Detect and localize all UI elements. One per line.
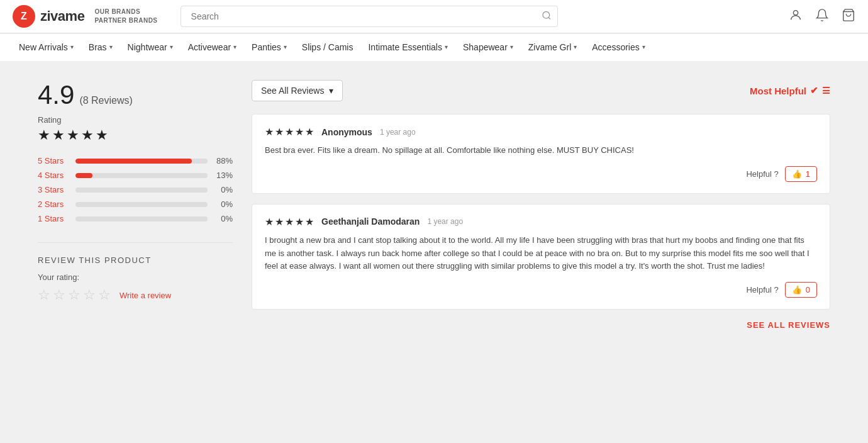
reviews-count: (8 Reviews) — [79, 95, 132, 106]
reviews-list: ★★★★★Anonymous1 year agoBest bra ever. F… — [252, 114, 830, 310]
review-star: ★ — [265, 216, 274, 228]
bar-track — [75, 188, 208, 193]
review-star: ★ — [285, 126, 294, 138]
bar-row-1-stars: 1 Stars0% — [38, 214, 233, 223]
star-2: ★ — [52, 127, 65, 143]
dropdown-chevron-icon: ▾ — [329, 86, 333, 96]
chevron-down-icon: ▾ — [445, 43, 448, 50]
bar-fill — [75, 173, 92, 178]
review-time: 1 year ago — [380, 128, 416, 137]
review-time: 1 year ago — [427, 217, 463, 226]
helpful-count: 0 — [806, 285, 810, 294]
nav-item-nightwear[interactable]: Nightwear▾ — [128, 34, 173, 61]
helpful-button[interactable]: 👍0 — [785, 282, 817, 298]
rating-bars: 5 Stars88%4 Stars13%3 Stars0%2 Stars0%1 … — [38, 156, 233, 223]
logo-icon: Z — [13, 5, 35, 28]
nav-item-bras[interactable]: Bras▾ — [89, 34, 113, 61]
header-icons — [789, 8, 855, 25]
helpful-count: 1 — [806, 169, 810, 179]
rate-star-1[interactable]: ☆ — [38, 287, 50, 303]
chevron-down-icon: ▾ — [109, 43, 113, 50]
bar-percent: 0% — [214, 185, 233, 194]
nav-item-shapewear[interactable]: Shapewear▾ — [463, 34, 513, 61]
star-1: ★ — [38, 127, 50, 143]
review-meta: ★★★★★Anonymous1 year ago — [265, 126, 817, 138]
search-button[interactable] — [542, 11, 552, 23]
bar-label: 5 Stars — [38, 156, 69, 165]
chevron-down-icon: ▾ — [233, 43, 236, 50]
most-helpful-filter[interactable]: Most Helpful ✔ ☰ — [750, 85, 830, 96]
checkmark-icon: ✔ — [810, 85, 818, 96]
review-footer: Helpful ?👍0 — [265, 282, 817, 298]
review-star: ★ — [275, 126, 284, 138]
review-star: ★ — [285, 216, 294, 228]
write-review-link[interactable]: Write a review — [120, 291, 171, 300]
rate-star-4[interactable]: ☆ — [83, 287, 96, 303]
your-rating-label: Your rating: — [38, 272, 233, 282]
thumbs-up-icon: 👍 — [792, 285, 802, 294]
chevron-down-icon: ▾ — [170, 43, 173, 50]
rate-star-3[interactable]: ☆ — [68, 287, 81, 303]
star-3: ★ — [67, 127, 79, 143]
logo-area[interactable]: Z zivame OUR BRANDS PARTNER BRANDS — [13, 5, 158, 28]
see-all-reviews-dropdown[interactable]: See All Reviews ▾ — [252, 80, 343, 101]
review-form-title: REVIEW THIS PRODUCT — [38, 255, 233, 265]
review-stars: ★★★★★ — [265, 216, 314, 228]
chevron-down-icon: ▾ — [70, 43, 74, 50]
review-text: Best bra ever. Fits like a dream. No spi… — [265, 144, 817, 157]
bar-row-4-stars: 4 Stars13% — [38, 171, 233, 180]
review-star: ★ — [275, 216, 284, 228]
see-all-reviews-link[interactable]: SEE ALL REVIEWS — [747, 320, 830, 330]
star-4: ★ — [81, 127, 94, 143]
bar-fill — [75, 159, 192, 164]
helpful-button[interactable]: 👍1 — [785, 166, 817, 182]
menu-lines-icon: ☰ — [822, 86, 830, 96]
svg-point-2 — [793, 10, 798, 14]
see-all-reviews-section: SEE ALL REVIEWS — [252, 320, 830, 330]
rating-label: Rating — [38, 115, 233, 125]
most-helpful-text: Most Helpful — [750, 86, 806, 96]
see-all-label: See All Reviews — [261, 86, 324, 96]
bar-label: 1 Stars — [38, 214, 69, 223]
brand-links: OUR BRANDS PARTNER BRANDS — [94, 8, 157, 25]
bar-percent: 0% — [214, 214, 233, 223]
bar-row-5-stars: 5 Stars88% — [38, 156, 233, 165]
search-input[interactable] — [181, 6, 558, 27]
nav-item-intimate-essentials[interactable]: Intimate Essentials▾ — [368, 34, 448, 61]
review-star: ★ — [305, 216, 314, 228]
nav-item-new-arrivals[interactable]: New Arrivals▾ — [19, 34, 74, 61]
cart-icon[interactable] — [842, 8, 855, 25]
reviewer-name: Geethanjali Damodaran — [321, 216, 420, 227]
nav-item-activewear[interactable]: Activewear▾ — [188, 34, 236, 61]
review-star: ★ — [295, 126, 304, 138]
review-footer: Helpful ?👍1 — [265, 166, 817, 182]
rate-star-2[interactable]: ☆ — [53, 287, 65, 303]
logo-name: zivame — [40, 8, 84, 25]
user-icon[interactable] — [789, 8, 803, 25]
svg-point-0 — [543, 12, 550, 19]
helpful-label: Helpful ? — [746, 285, 778, 294]
main-nav: New Arrivals▾Bras▾Nightwear▾Activewear▾P… — [0, 33, 868, 61]
review-meta: ★★★★★Geethanjali Damodaran1 year ago — [265, 216, 817, 228]
nav-item-accessories[interactable]: Accessories▾ — [592, 34, 645, 61]
bar-track — [75, 216, 208, 222]
bar-track — [75, 173, 208, 178]
nav-item-zivame-grl[interactable]: Zivame Grl▾ — [528, 34, 577, 61]
nav-item-slips-/-camis[interactable]: Slips / Camis — [302, 34, 353, 61]
review-form-section: REVIEW THIS PRODUCT Your rating: ☆ ☆ ☆ ☆… — [38, 242, 233, 303]
rating-stars-input[interactable]: ☆ ☆ ☆ ☆ ☆ — [38, 287, 111, 303]
bar-track — [75, 159, 208, 164]
main-content: 4.9 (8 Reviews) Rating ★ ★ ★ ★ ★ 5 Stars… — [0, 61, 868, 349]
chevron-down-icon: ▾ — [642, 43, 645, 50]
chevron-down-icon: ▾ — [574, 43, 577, 50]
bar-label: 3 Stars — [38, 185, 69, 194]
rate-star-5[interactable]: ☆ — [98, 287, 111, 303]
bar-percent: 13% — [214, 171, 233, 180]
review-stars: ★★★★★ — [265, 126, 314, 138]
chevron-down-icon: ▾ — [284, 43, 287, 50]
nav-item-panties[interactable]: Panties▾ — [252, 34, 287, 61]
bell-icon[interactable] — [815, 8, 829, 25]
bar-percent: 0% — [214, 199, 233, 209]
bar-percent: 88% — [214, 156, 233, 165]
helpful-label: Helpful ? — [746, 169, 778, 179]
